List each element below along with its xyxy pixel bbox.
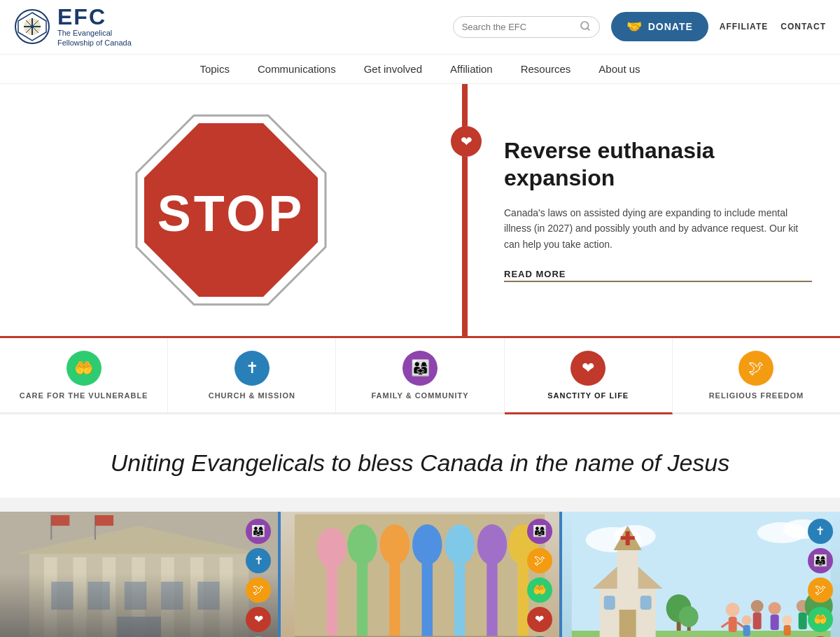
nav-communications[interactable]: Communications [258, 63, 336, 75]
search-box[interactable] [453, 16, 600, 38]
svg-rect-75 [752, 612, 761, 629]
card3-icon-3: 🕊 [808, 578, 833, 603]
card-building-image: 👨‍👩‍👧 ✝ 🕊 ❤ 🤲 [0, 512, 278, 637]
religious-freedom-label: RELIGIOUS FREEDOM [709, 391, 804, 400]
sanctity-life-label: SANCTITY OF LIFE [547, 391, 629, 400]
church-mission-icon: ✝ [234, 351, 270, 386]
donate-label: DONATE [648, 21, 693, 32]
svg-rect-44 [454, 561, 465, 637]
svg-rect-25 [88, 582, 109, 610]
svg-rect-65 [640, 596, 651, 610]
header-right: 🤝 DONATE AFFILIATE CONTACT [453, 12, 826, 41]
card2-icon-3: 🤲 [527, 578, 552, 603]
religious-freedom-icon: 🕊 [738, 351, 774, 386]
church-mission-label: CHURCH & MISSION [209, 391, 295, 400]
svg-rect-71 [728, 617, 736, 632]
logo-subtitle-line1: The Evangelical [57, 28, 132, 38]
search-input[interactable] [462, 22, 575, 32]
svg-rect-79 [770, 615, 778, 630]
header-top: EFC The Evangelical Fellowship of Canada… [0, 0, 840, 55]
svg-rect-19 [161, 557, 174, 637]
nav-get-involved[interactable]: Get involved [364, 63, 422, 75]
svg-rect-46 [487, 561, 498, 637]
card2-icon-1: 👨‍👩‍👧 [527, 519, 552, 544]
tagline-section: Uniting Evangelicals to bless Canada in … [0, 414, 840, 498]
topic-tabs: 🤲 CARE FOR THE VULNERABLE ✝ CHURCH & MIS… [0, 338, 840, 414]
card2-icon-4: ❤ [527, 607, 552, 632]
tab-sanctity-life[interactable]: ❤ SANCTITY OF LIFE [505, 338, 673, 414]
svg-point-78 [768, 602, 780, 615]
svg-rect-21 [220, 557, 233, 637]
tab-church-mission[interactable]: ✝ CHURCH & MISSION [168, 338, 336, 412]
card3-icon-1: ✝ [808, 519, 833, 544]
svg-rect-26 [125, 582, 146, 610]
search-icon [580, 20, 591, 34]
tab-religious-freedom[interactable]: 🕊 RELIGIOUS FREEDOM [673, 338, 840, 412]
svg-rect-29 [117, 617, 161, 637]
family-community-icon: 👨‍👩‍👧 [402, 351, 438, 386]
stop-sign: STOP [126, 105, 336, 315]
svg-rect-16 [74, 557, 87, 637]
care-vulnerable-icon: 🤲 [66, 351, 102, 386]
svg-rect-24 [51, 582, 73, 610]
svg-rect-28 [197, 582, 219, 610]
card2-icon-2: 🕊 [527, 548, 552, 573]
read-more-link[interactable]: READ MORE [504, 269, 812, 282]
sanctity-life-icon: ❤ [570, 351, 606, 386]
svg-line-8 [587, 28, 589, 30]
logo-text: EFC The Evangelical Fellowship of Canada [57, 6, 132, 48]
svg-rect-77 [743, 625, 750, 636]
svg-rect-40 [390, 561, 400, 637]
header-links: AFFILIATE CONTACT [720, 22, 826, 31]
contact-link[interactable]: CONTACT [780, 22, 826, 31]
svg-point-69 [678, 606, 698, 627]
card3-icon-4: 🤲 [808, 607, 833, 632]
cards-section: 👨‍👩‍👧 ✝ 🕊 ❤ 🤲 [0, 498, 840, 637]
svg-rect-27 [161, 582, 183, 610]
card3-icon-2: 👨‍👩‍👧 [808, 548, 833, 573]
cards-row: 👨‍👩‍👧 ✝ 🕊 ❤ 🤲 [0, 512, 840, 637]
svg-point-70 [725, 603, 739, 617]
svg-point-45 [477, 524, 507, 565]
svg-rect-33 [95, 515, 113, 526]
svg-rect-83 [798, 612, 806, 629]
card-building[interactable]: 👨‍👩‍👧 ✝ 🕊 ❤ 🤲 [0, 512, 278, 637]
donate-button[interactable]: 🤝 DONATE [611, 12, 708, 41]
affiliate-link[interactable]: AFFILIATE [720, 22, 768, 31]
card2-icons-overlay: 👨‍👩‍👧 🕊 🤲 ❤ ✝ [527, 519, 552, 637]
nav-about-us[interactable]: About us [598, 63, 640, 75]
logo-efc: EFC [57, 6, 132, 28]
svg-rect-62 [620, 536, 634, 540]
card1-icon-3: 🕊 [246, 578, 271, 603]
card-church-image: ✝ 👨‍👩‍👧 🕊 🤲 ❤ [562, 512, 840, 637]
svg-point-39 [380, 524, 410, 565]
nav-resources[interactable]: Resources [521, 63, 571, 75]
tab-care-vulnerable[interactable]: 🤲 CARE FOR THE VULNERABLE [0, 338, 168, 412]
card3-icons-overlay: ✝ 👨‍👩‍👧 🕊 🤲 ❤ [808, 519, 833, 637]
card1-icon-1: 👨‍👩‍👧 [246, 519, 271, 544]
donate-hand-icon: 🤝 [626, 19, 643, 34]
svg-rect-81 [783, 625, 790, 636]
card1-icon-4: ❤ [246, 607, 271, 632]
svg-point-76 [741, 615, 751, 625]
svg-point-37 [348, 524, 377, 565]
nav-bar: Topics Communications Get involved Affil… [0, 55, 840, 84]
nav-affiliation[interactable]: Affiliation [450, 63, 493, 75]
card-paddles[interactable]: 👨‍👩‍👧 🕊 🤲 ❤ ✝ [278, 512, 559, 637]
svg-rect-18 [132, 557, 145, 637]
tab-family-community[interactable]: 👨‍👩‍👧 FAMILY & COMMUNITY [336, 338, 504, 412]
family-community-label: FAMILY & COMMUNITY [372, 391, 469, 400]
nav-topics[interactable]: Topics [200, 63, 230, 75]
svg-rect-59 [617, 550, 638, 592]
svg-rect-42 [422, 561, 433, 637]
card-church[interactable]: ✝ 👨‍👩‍👧 🕊 🤲 ❤ [559, 512, 840, 637]
svg-rect-36 [327, 565, 337, 637]
svg-point-41 [412, 524, 442, 565]
hero-description: Canada's laws on assisted dying are expa… [504, 205, 812, 252]
svg-rect-15 [44, 557, 57, 637]
card1-icons-overlay: 👨‍👩‍👧 ✝ 🕊 ❤ 🤲 [246, 519, 271, 637]
svg-point-74 [750, 600, 763, 612]
svg-rect-38 [357, 561, 368, 637]
svg-rect-64 [603, 596, 615, 610]
svg-rect-17 [102, 557, 115, 637]
